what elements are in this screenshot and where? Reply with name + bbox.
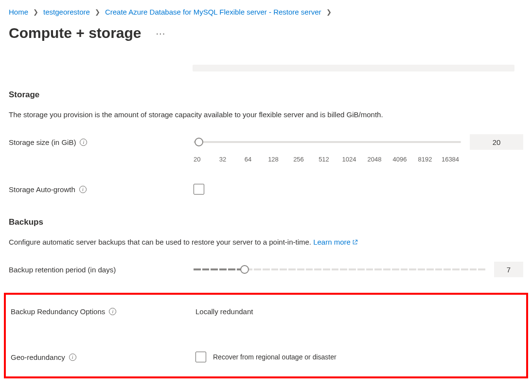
backups-description: Configure automatic server backups that … [9,237,523,247]
breadcrumb-link-create[interactable]: Create Azure Database for MySQL Flexible… [105,8,321,16]
backups-heading: Backups [9,217,523,227]
storage-size-ticks: 20 32 64 128 256 512 1024 2048 4096 8192… [194,156,523,163]
info-icon[interactable]: i [109,308,116,315]
slider-thumb[interactable] [240,265,249,274]
backup-retention-input[interactable] [494,262,523,277]
more-actions-icon[interactable]: ··· [156,28,166,39]
info-icon[interactable]: i [80,139,87,146]
breadcrumb-link-home[interactable]: Home [9,8,28,16]
backup-retention-label: Backup retention period (in days) [9,266,116,274]
storage-auto-growth-label: Storage Auto-growth [9,185,75,194]
storage-size-label: Storage size (in GiB) [9,138,76,146]
external-link-icon [352,239,358,247]
chevron-right-icon: ❯ [95,8,100,16]
storage-size-slider[interactable] [194,141,461,143]
geo-redundancy-label: Geo-redundancy [11,353,65,361]
storage-auto-growth-checkbox[interactable] [194,184,204,195]
geo-redundancy-checkbox[interactable] [195,352,206,362]
breadcrumb: Home ❯ testgeorestore ❯ Create Azure Dat… [9,8,523,16]
chevron-right-icon: ❯ [326,8,332,16]
backups-learn-more-link[interactable]: Learn more [313,238,358,246]
chevron-right-icon: ❯ [33,8,38,16]
highlighted-region: Backup Redundancy Options i Locally redu… [4,293,528,378]
info-icon[interactable]: i [69,354,76,361]
collapsed-field-placeholder [193,65,514,71]
page-title: Compute + storage [9,25,142,41]
slider-thumb[interactable] [195,138,203,146]
backup-retention-slider[interactable] [194,267,485,272]
storage-description: The storage you provision is the amount … [9,109,523,120]
info-icon[interactable]: i [79,186,87,193]
storage-heading: Storage [9,90,523,100]
backup-redundancy-label: Backup Redundancy Options [11,307,105,316]
breadcrumb-link-resource[interactable]: testgeorestore [43,8,90,16]
backup-redundancy-value: Locally redundant [195,307,253,316]
storage-size-input[interactable] [470,134,523,150]
geo-redundancy-checkbox-label: Recover from regional outage or disaster [213,353,337,361]
